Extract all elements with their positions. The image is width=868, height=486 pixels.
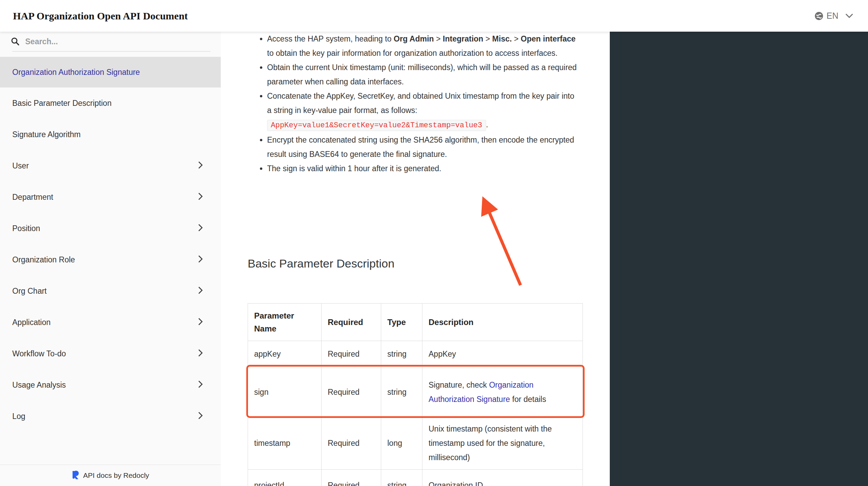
list-item: Access the HAP system, heading to Org Ad… xyxy=(267,32,577,60)
table-row: timestamp Required long Unix timestamp (… xyxy=(248,417,583,470)
chevron-right-icon xyxy=(198,380,203,390)
sidebar-item-label: Signature Algorithm xyxy=(12,130,81,139)
sidebar-item-signature-algorithm[interactable]: Signature Algorithm xyxy=(0,119,221,150)
sidebar-item-organization-role[interactable]: Organization Role xyxy=(0,244,221,275)
sidebar-item-label: Basic Parameter Description xyxy=(12,99,111,108)
sidebar-item-position[interactable]: Position xyxy=(0,213,221,244)
sidebar-footer-label: API docs by Redocly xyxy=(83,471,149,480)
cell-required: Required xyxy=(322,417,381,470)
sidebar: Organization Authorization Signature Bas… xyxy=(0,32,221,486)
sidebar-item-label: Usage Analysis xyxy=(12,380,66,390)
main-content: Access the HAP system, heading to Org Ad… xyxy=(221,32,610,486)
text-segment: > xyxy=(483,34,492,43)
text-segment: > xyxy=(512,34,521,43)
sidebar-item-label: Organization Authorization Signature xyxy=(12,68,140,77)
chevron-right-icon xyxy=(198,411,203,421)
sidebar-footer[interactable]: API docs by Redocly xyxy=(0,465,221,486)
chevron-right-icon xyxy=(198,286,203,296)
breadcrumb-open-interface: Open interface xyxy=(521,34,576,43)
cell-type: string xyxy=(381,341,422,367)
sidebar-item-usage-analysis[interactable]: Usage Analysis xyxy=(0,369,221,401)
cell-parameter-name: projectId xyxy=(248,470,322,486)
table-row: projectId Required string Organization I… xyxy=(248,470,583,486)
text-segment: for details xyxy=(510,395,546,404)
sidebar-item-log[interactable]: Log xyxy=(0,401,221,432)
breadcrumb-misc: Misc. xyxy=(492,34,512,43)
table-row: appKey Required string AppKey xyxy=(248,341,583,367)
cell-required: Required xyxy=(322,341,381,367)
search-row xyxy=(0,32,221,52)
text-segment: to obtain the key pair information for o… xyxy=(267,49,558,58)
column-header-description: Description xyxy=(422,304,583,341)
sidebar-item-label: Organization Role xyxy=(12,255,75,264)
cell-required: Required xyxy=(322,367,381,417)
list-item: Obtain the current Unix timestamp (unit:… xyxy=(267,60,577,89)
inline-code-snippet: AppKey=value1&SecretKey=value2&Timestamp… xyxy=(267,120,486,131)
parameters-table: Parameter Name Required Type Description… xyxy=(248,303,583,486)
cell-description: Unix timestamp (consistent with the time… xyxy=(422,417,583,470)
text-segment: Signature, check xyxy=(429,380,489,389)
sidebar-item-label: Org Chart xyxy=(12,287,47,296)
list-item: The sign is valid within 1 hour after it… xyxy=(267,161,577,176)
sidebar-item-department[interactable]: Department xyxy=(0,181,221,213)
globe-icon xyxy=(815,12,823,20)
search-input[interactable] xyxy=(25,34,189,49)
language-label: EN xyxy=(826,11,838,21)
cell-parameter-name: sign xyxy=(248,367,322,417)
redocly-logo-icon xyxy=(72,470,80,481)
sidebar-item-label: Department xyxy=(12,193,53,202)
page-root: HAP Organization Open API Document EN xyxy=(0,0,868,486)
cell-description: Signature, check Organization Authorizat… xyxy=(422,367,583,417)
search-icon xyxy=(11,37,20,46)
cell-description: Organization ID xyxy=(422,470,583,486)
cell-description: AppKey xyxy=(422,341,583,367)
search-underline xyxy=(12,51,211,52)
sidebar-item-label: Log xyxy=(12,412,25,421)
list-item: Encrypt the concatenated string using th… xyxy=(267,133,577,161)
sidebar-item-workflow-to-do[interactable]: Workflow To-do xyxy=(0,338,221,369)
column-header-required: Required xyxy=(322,304,381,341)
list-item: Concatenate the AppKey, SecretKey, and o… xyxy=(267,89,577,133)
breadcrumb-integration: Integration xyxy=(443,34,483,43)
cell-required: Required xyxy=(322,470,381,486)
breadcrumb-org-admin: Org Admin xyxy=(394,34,434,43)
cell-type: string xyxy=(381,470,422,486)
text-segment: . xyxy=(486,120,488,129)
sidebar-item-user[interactable]: User xyxy=(0,150,221,181)
sidebar-item-basic-parameter-description[interactable]: Basic Parameter Description xyxy=(0,87,221,119)
code-sample-panel xyxy=(610,32,868,486)
sidebar-item-label: Application xyxy=(12,318,51,327)
sidebar-item-label: Workflow To-do xyxy=(12,349,66,358)
app-header: HAP Organization Open API Document EN xyxy=(0,0,868,32)
chevron-right-icon xyxy=(198,349,203,358)
sidebar-item-org-chart[interactable]: Org Chart xyxy=(0,275,221,307)
chevron-right-icon xyxy=(198,161,203,171)
table-header-row: Parameter Name Required Type Description xyxy=(248,304,583,341)
section-heading: Basic Parameter Description xyxy=(248,257,394,270)
chevron-right-icon xyxy=(198,192,203,202)
sidebar-item-label: User xyxy=(12,161,29,171)
chevron-right-icon xyxy=(198,255,203,264)
cell-type: string xyxy=(381,367,422,417)
cell-parameter-name: appKey xyxy=(248,341,322,367)
language-selector[interactable]: EN xyxy=(815,0,853,32)
text-segment: Access the HAP system, heading to xyxy=(267,34,394,43)
text-segment: > xyxy=(434,34,443,43)
chevron-right-icon xyxy=(198,318,203,327)
table-row-highlighted: sign Required string Signature, check Or… xyxy=(248,367,583,417)
column-header-parameter-name: Parameter Name xyxy=(248,304,322,341)
sidebar-menu: Basic Parameter Description Signature Al… xyxy=(0,87,221,432)
sidebar-item-label: Position xyxy=(12,224,40,233)
cell-parameter-name: timestamp xyxy=(248,417,322,470)
instructions-list: Access the HAP system, heading to Org Ad… xyxy=(258,32,577,176)
sidebar-item-application[interactable]: Application xyxy=(0,307,221,338)
sidebar-item-organization-authorization-signature[interactable]: Organization Authorization Signature xyxy=(0,57,221,87)
column-header-type: Type xyxy=(381,304,422,341)
chevron-right-icon xyxy=(198,224,203,233)
page-title: HAP Organization Open API Document xyxy=(13,0,188,32)
chevron-down-icon xyxy=(846,14,853,18)
cell-type: long xyxy=(381,417,422,470)
text-segment: Concatenate the AppKey, SecretKey, and o… xyxy=(267,92,574,115)
